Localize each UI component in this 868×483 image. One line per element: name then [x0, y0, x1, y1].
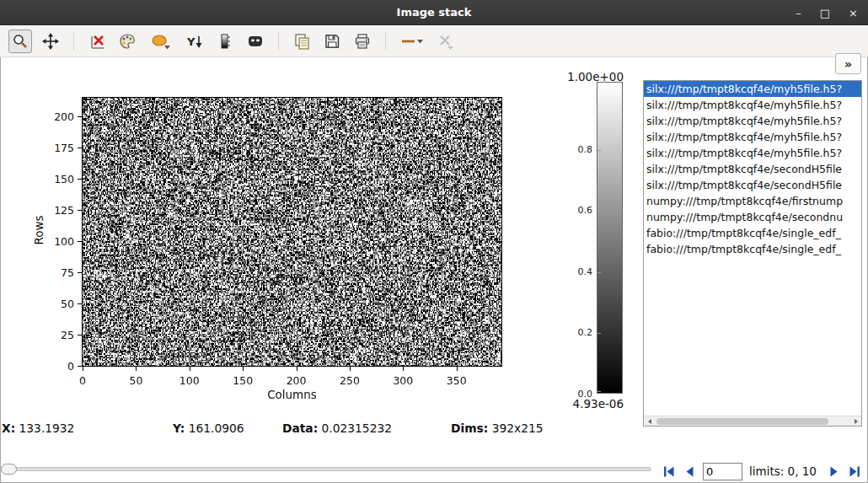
palette-icon: [119, 33, 136, 50]
x-tick-label: 0: [79, 374, 86, 387]
colorbar-tick-mark: [597, 150, 601, 151]
mask-tool-button[interactable]: [244, 30, 267, 53]
y-tick-label: 100: [40, 235, 74, 248]
x-tick-label: 100: [179, 374, 200, 387]
zoom-mode-button[interactable]: [8, 30, 32, 53]
print-button[interactable]: [351, 30, 374, 53]
url-list-item[interactable]: fabio:///tmp/tmpt8kcqf4e/single_edf_: [644, 241, 861, 257]
colorbar-tick-mark: [597, 391, 601, 392]
reset-zoom-button[interactable]: [85, 30, 109, 53]
list-horizontal-scrollbar[interactable]: [644, 416, 861, 426]
url-list-item[interactable]: silx:///tmp/tmpt8kcqf4e/myh5file.h5?: [644, 145, 861, 161]
magnifier-icon: [12, 33, 29, 50]
colorbar-tick-mark: [597, 272, 601, 273]
y-tick-label: 50: [40, 298, 74, 310]
colorbar-gradient[interactable]: [597, 82, 623, 394]
pan-mode-button[interactable]: [39, 30, 62, 53]
maximize-button[interactable]: □: [820, 8, 830, 19]
x-tick-label: 150: [233, 374, 253, 387]
profile-line-button[interactable]: [397, 30, 427, 53]
status-y-position: Y: 161.0906: [173, 421, 244, 435]
y-tick-mark: [78, 116, 82, 117]
url-list-item[interactable]: numpy:///tmp/tmpt8kcqf4e/secondnu: [644, 209, 861, 225]
y-tick-mark: [78, 210, 82, 211]
colormap-button[interactable]: [115, 30, 139, 53]
y-tick-mark: [78, 366, 82, 367]
x-tick-label: 50: [129, 374, 142, 387]
toolbar-separator: [385, 32, 386, 51]
y-tick-label: 150: [40, 173, 74, 185]
y-tick-mark: [78, 335, 82, 335]
x-axis-label: Columns: [82, 388, 502, 401]
status-dimensions: Dims: 392x215: [451, 421, 544, 435]
url-list[interactable]: silx:///tmp/tmpt8kcqf4e/myh5file.h5?silx…: [643, 80, 862, 427]
status-data-value: Data: 0.02315232: [282, 421, 392, 435]
colorbar-tick-mark: [597, 211, 601, 212]
url-list-item[interactable]: silx:///tmp/tmpt8kcqf4e/myh5file.h5?: [644, 113, 861, 129]
url-list-item[interactable]: silx:///tmp/tmpt8kcqf4e/myh5file.h5?: [644, 81, 861, 97]
colorbar-tick-label: 0.4: [578, 266, 593, 276]
skip-to-end-icon: [848, 464, 862, 479]
x-tick-label: 250: [340, 374, 360, 387]
scroll-right-arrow-icon[interactable]: [850, 416, 861, 427]
colorbar-icon: [217, 33, 233, 50]
x-tick-mark: [190, 367, 190, 371]
y-tick-label: 125: [40, 204, 74, 217]
minimize-button[interactable]: –: [796, 8, 801, 19]
previous-frame-button[interactable]: [679, 461, 700, 481]
reset-zoom-icon: [88, 33, 105, 50]
next-arrow-icon: [827, 464, 841, 479]
x-tick-mark: [297, 367, 297, 371]
mask-icon: [247, 33, 264, 50]
x-tick-mark: [243, 367, 244, 371]
colorbar-tick-label: 0.6: [578, 205, 593, 216]
x-tick-mark: [403, 367, 404, 371]
plot-axes: 0501001502002503003500255075100125150175…: [83, 98, 501, 366]
y-tick-label: 200: [40, 110, 74, 123]
frame-slider-handle[interactable]: [1, 464, 17, 475]
x-tick-label: 200: [287, 374, 307, 387]
toolbar-separator: [73, 32, 74, 51]
first-frame-button[interactable]: [658, 461, 679, 481]
x-tick-label: 350: [447, 374, 467, 387]
last-frame-button[interactable]: [844, 461, 865, 481]
frame-navigation: limits: 0, 10: [658, 461, 865, 481]
url-list-item[interactable]: numpy:///tmp/tmpt8kcqf4e/firstnump: [644, 193, 861, 209]
url-list-item[interactable]: silx:///tmp/tmpt8kcqf4e/myh5file.h5?: [644, 129, 861, 145]
clear-profile-icon: [437, 33, 454, 50]
save-button[interactable]: [320, 30, 344, 53]
aspect-ratio-button[interactable]: [146, 30, 176, 53]
window-title: Image stack: [397, 6, 472, 19]
scrollbar-thumb[interactable]: [656, 418, 828, 425]
url-list-item[interactable]: silx:///tmp/tmpt8kcqf4e/secondH5file: [644, 177, 861, 193]
y-axis-invert-button[interactable]: Y: [183, 30, 206, 53]
scroll-left-arrow-icon[interactable]: [644, 416, 655, 427]
url-list-item[interactable]: silx:///tmp/tmpt8kcqf4e/secondH5file: [644, 161, 861, 177]
floppy-disk-icon: [324, 33, 340, 50]
y-tick-mark: [78, 272, 82, 273]
profile-clear-button[interactable]: [434, 30, 458, 53]
x-tick-label: 300: [393, 374, 413, 387]
colorbar-toggle-button[interactable]: [213, 30, 237, 53]
next-frame-button[interactable]: [823, 461, 844, 481]
plot-toolbar: Y: [0, 25, 868, 57]
copy-button[interactable]: [290, 30, 313, 53]
close-button[interactable]: ×: [849, 8, 858, 19]
frame-number-input[interactable]: [703, 463, 742, 480]
url-list-item[interactable]: fabio:///tmp/tmpt8kcqf4e/single_edf_: [644, 225, 861, 241]
y-tick-mark: [78, 148, 82, 148]
url-list-item[interactable]: silx:///tmp/tmpt8kcqf4e/myh5file.h5?: [644, 97, 861, 113]
colorbar-tick-mark: [597, 333, 601, 334]
ellipse-icon: [151, 33, 171, 50]
copy-icon: [293, 33, 310, 50]
status-bar: X: 133.1932 Y: 161.0906 Data: 0.02315232…: [0, 421, 640, 438]
frame-slider-track[interactable]: [0, 467, 651, 471]
y-tick-label: 175: [40, 142, 74, 154]
scrollbar-track[interactable]: [655, 416, 850, 427]
expand-panel-button[interactable]: »: [835, 53, 861, 74]
status-x-position: X: 133.1932: [2, 421, 74, 435]
plot-area[interactable]: 0501001502002503003500255075100125150175…: [82, 97, 502, 367]
window-controls: – □ ×: [796, 0, 858, 25]
y-tick-mark: [78, 179, 82, 180]
titlebar[interactable]: Image stack – □ ×: [0, 0, 868, 25]
